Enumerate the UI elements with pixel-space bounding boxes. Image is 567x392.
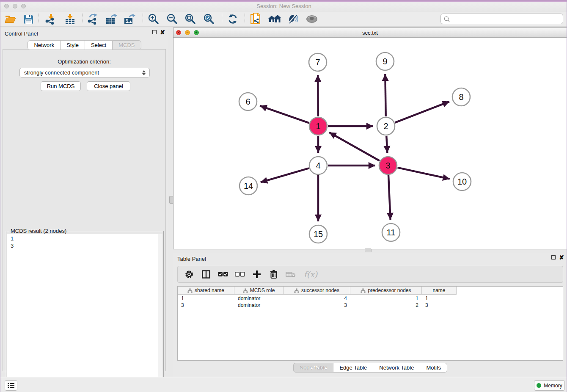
graph-node-7[interactable]: 7: [309, 53, 327, 71]
zoom-out-button[interactable]: [165, 12, 179, 26]
column-header-name[interactable]: name: [422, 287, 457, 295]
table-row[interactable]: 1dominator411: [178, 295, 457, 302]
table-cell[interactable]: 3: [422, 302, 457, 309]
table-cell[interactable]: 3: [178, 302, 234, 309]
refresh-button[interactable]: [226, 12, 240, 26]
column-header-MCDS-role[interactable]: MCDS role: [234, 287, 284, 295]
table-settings-button[interactable]: [184, 269, 195, 280]
search-icon: [444, 16, 450, 22]
table-cell[interactable]: dominator: [234, 295, 284, 302]
tab-edge-table[interactable]: Edge Table: [333, 363, 373, 373]
graph-node-4[interactable]: 4: [309, 157, 327, 174]
table-row[interactable]: 3dominator323: [178, 302, 457, 309]
deselect-all-button[interactable]: [234, 269, 245, 280]
close-panel-icon[interactable]: ✘: [160, 30, 165, 34]
graph-node-15[interactable]: 15: [309, 225, 327, 243]
task-history-button[interactable]: [5, 380, 17, 391]
edge-3-10[interactable]: [397, 168, 449, 179]
eye-button[interactable]: [305, 12, 319, 26]
edge-2-8[interactable]: [395, 102, 449, 123]
export-table-button[interactable]: [104, 12, 118, 26]
table-cell[interactable]: 2: [350, 302, 422, 309]
edge-2-9[interactable]: [385, 74, 385, 116]
houses-button[interactable]: [267, 12, 282, 26]
table-cell[interactable]: 4: [284, 295, 350, 302]
mcds-result-groupbox: MCDS result (2 nodes) 1 3: [6, 231, 164, 391]
close-panel-button[interactable]: Close panel: [87, 81, 130, 91]
edge-3-1[interactable]: [329, 133, 380, 161]
edge-1-6[interactable]: [260, 106, 309, 123]
svg-text:4: 4: [316, 161, 320, 170]
close-table-panel-icon[interactable]: ✘: [559, 255, 564, 259]
toolbar-separator: [82, 14, 83, 24]
graph-node-8[interactable]: 8: [452, 88, 470, 106]
table-cell[interactable]: 3: [284, 302, 350, 309]
application-window: Session: New Session: [0, 0, 567, 392]
tab-network[interactable]: Network: [28, 40, 60, 50]
eye-slash-button[interactable]: [286, 12, 300, 26]
network-graph-canvas[interactable]: 1234678910111415: [174, 38, 566, 248]
svg-text:2: 2: [383, 121, 388, 131]
graph-node-6[interactable]: 6: [239, 93, 257, 110]
zoom-fit-button[interactable]: [183, 12, 198, 26]
export-image-button[interactable]: [122, 12, 137, 26]
graph-node-9[interactable]: 9: [376, 52, 394, 70]
tab-network-table[interactable]: Network Table: [373, 363, 420, 373]
zoom-selected-button[interactable]: [202, 12, 216, 26]
tab-mcds[interactable]: MCDS: [112, 40, 141, 50]
tab-motifs[interactable]: Motifs: [420, 363, 447, 373]
trash-icon: [270, 270, 278, 279]
run-mcds-button[interactable]: Run MCDS: [41, 81, 81, 91]
tab-select[interactable]: Select: [85, 40, 112, 50]
table-cell[interactable]: 1: [178, 295, 234, 302]
export-network-button[interactable]: [85, 12, 100, 26]
open-session-button[interactable]: [3, 12, 18, 26]
mcds-result-text[interactable]: 1 3: [7, 234, 162, 390]
graph-node-2[interactable]: 2: [377, 117, 395, 135]
import-table-button[interactable]: [63, 12, 77, 26]
delete-table-icon: [286, 271, 296, 278]
add-icon: [253, 270, 261, 279]
edge-3-11[interactable]: [388, 175, 391, 220]
graph-node-11[interactable]: 11: [382, 224, 400, 241]
tab-style[interactable]: Style: [60, 40, 85, 50]
network-table-splitter-handle[interactable]: [365, 248, 372, 252]
edge-2-3[interactable]: [386, 136, 387, 153]
column-header-successor-nodes[interactable]: successor nodes: [284, 287, 350, 295]
eye-slash-icon: [287, 14, 299, 25]
table-cell[interactable]: 1: [350, 295, 422, 302]
graph-node-3[interactable]: 3: [379, 157, 397, 174]
memory-button[interactable]: Memory: [534, 380, 565, 391]
graph-node-10[interactable]: 10: [453, 173, 471, 190]
edge-4-14[interactable]: [261, 168, 309, 182]
select-all-button[interactable]: [217, 269, 228, 280]
delete-column-button[interactable]: [268, 269, 279, 280]
graph-node-1[interactable]: 1: [309, 117, 327, 135]
float-panel-icon[interactable]: [152, 30, 157, 34]
float-table-panel-icon[interactable]: [551, 255, 556, 259]
result-scrollbar[interactable]: [158, 234, 162, 390]
zoom-out-icon: [167, 14, 178, 25]
criterion-select[interactable]: strongly connected component: [19, 68, 150, 77]
table-cell[interactable]: dominator: [234, 302, 284, 309]
save-session-button[interactable]: [21, 12, 36, 26]
split-columns-icon: [202, 270, 210, 279]
save-icon: [24, 14, 33, 24]
show-columns-button[interactable]: [201, 269, 212, 280]
zoom-in-button[interactable]: [146, 12, 161, 26]
search-field[interactable]: [440, 14, 563, 24]
edge-1-7[interactable]: [318, 75, 318, 116]
status-bar: Memory: [0, 377, 567, 392]
search-input[interactable]: [451, 15, 563, 22]
network-file-button[interactable]: [249, 12, 263, 26]
graph-node-14[interactable]: 14: [239, 177, 257, 195]
node-table[interactable]: shared nameMCDS rolesuccessor nodesprede…: [177, 286, 563, 361]
import-network-button[interactable]: [43, 12, 58, 26]
tab-node-table[interactable]: Node Table: [293, 363, 333, 373]
column-header-predecessor-nodes[interactable]: predecessor nodes: [350, 287, 422, 295]
table-cell[interactable]: 1: [422, 295, 457, 302]
network-window-titlebar[interactable]: ✕ − + scc.txt: [173, 28, 567, 38]
table-panel-title: Table Panel: [177, 256, 206, 262]
column-header-shared-name[interactable]: shared name: [178, 287, 234, 295]
create-column-button[interactable]: [251, 269, 262, 280]
